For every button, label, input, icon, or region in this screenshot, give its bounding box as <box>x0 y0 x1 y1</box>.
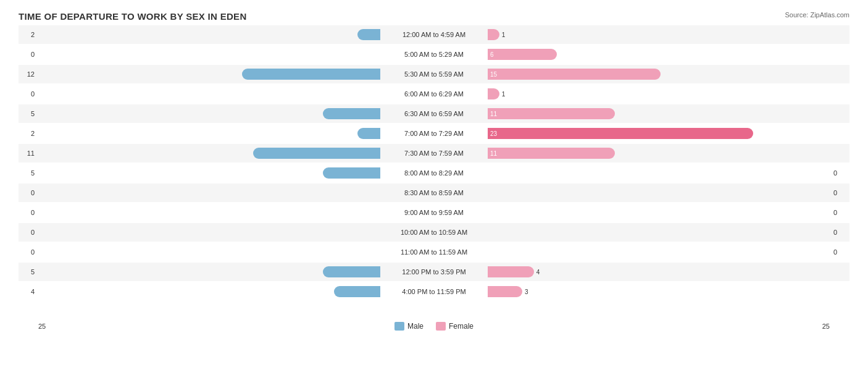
left-value: 12 <box>19 70 38 78</box>
chart-footer: 25 Male Female 25 <box>19 322 849 331</box>
time-label: 7:30 AM to 7:59 AM <box>382 150 486 157</box>
table-row: 12 5:30 AM to 5:59 AM 15 <box>19 65 849 83</box>
table-row: 5 8:00 AM to 8:29 AM 0 <box>19 164 849 182</box>
left-value: 0 <box>19 90 38 98</box>
female-bar: 6 <box>488 49 557 60</box>
male-bar-container <box>38 265 382 279</box>
bar-section: 7:00 AM to 7:29 AM 23 <box>38 124 830 143</box>
female-bar-label: 23 <box>490 130 497 137</box>
table-row: 0 11:00 AM to 11:59 AM 0 <box>19 243 849 261</box>
left-value: 0 <box>19 248 38 256</box>
time-label: 11:00 AM to 11:59 AM <box>382 248 486 256</box>
left-value: 0 <box>19 189 38 196</box>
bar-section: 9:00 AM to 9:59 AM <box>38 203 830 222</box>
bar-section: 4:00 PM to 11:59 PM 3 <box>38 282 830 301</box>
left-value: 5 <box>19 268 38 276</box>
left-value: 0 <box>19 209 38 216</box>
male-bar-container <box>38 166 382 180</box>
female-bar-container: 15 <box>486 67 830 81</box>
female-bar <box>488 88 499 99</box>
female-outside-label: 4 <box>536 269 540 276</box>
male-bar-container <box>38 48 382 61</box>
bar-section: 10:00 AM to 10:59 AM <box>38 223 830 242</box>
female-outside-label: 1 <box>502 32 506 38</box>
time-label: 4:00 PM to 11:59 PM <box>382 288 486 295</box>
time-label: 10:00 AM to 10:59 AM <box>382 229 486 236</box>
female-bar-container <box>486 206 830 219</box>
left-value: 2 <box>19 130 38 137</box>
male-bar-container <box>38 186 382 200</box>
female-bar <box>488 286 522 297</box>
legend-male-label: Male <box>407 322 424 331</box>
female-bar-container: 11 <box>486 146 830 160</box>
bar-section: 12:00 AM to 4:59 AM 1 <box>38 25 830 44</box>
female-bar-container: 1 <box>486 28 830 41</box>
bar-section: 11:00 AM to 11:59 AM <box>38 243 830 261</box>
female-bar: 15 <box>488 69 661 80</box>
table-row: 0 8:30 AM to 8:59 AM 0 <box>19 184 849 202</box>
time-label: 8:30 AM to 8:59 AM <box>382 189 486 196</box>
right-value: 0 <box>830 189 849 196</box>
male-bar <box>323 266 380 277</box>
left-value: 0 <box>19 51 38 58</box>
female-bar: 11 <box>488 148 615 159</box>
female-bar-container: 4 <box>486 265 830 279</box>
table-row: 4 4:00 PM to 11:59 PM 3 <box>19 282 849 301</box>
female-outside-label: 3 <box>525 289 528 295</box>
chart-container: TIME OF DEPARTURE TO WORK BY SEX IN EDEN… <box>0 0 868 367</box>
bar-section: 7:30 AM to 7:59 AM 11 <box>38 144 830 162</box>
female-bar-container: 11 <box>486 107 830 120</box>
left-value: 11 <box>19 150 38 157</box>
bar-section: 12:00 PM to 3:59 PM 4 <box>38 263 830 281</box>
right-value: 0 <box>830 169 849 177</box>
female-bar-container: 6 <box>486 48 830 61</box>
legend-male: Male <box>394 322 424 331</box>
bar-section: 5:00 AM to 5:29 AM 6 <box>38 45 830 64</box>
male-bar-container <box>38 146 382 160</box>
time-label: 5:30 AM to 5:59 AM <box>382 70 486 78</box>
legend-female-icon <box>436 322 446 331</box>
bar-section: 6:30 AM to 6:59 AM 11 <box>38 104 830 123</box>
right-value: 0 <box>830 209 849 216</box>
bar-section: 8:30 AM to 8:59 AM <box>38 184 830 202</box>
male-bar-container <box>38 127 382 140</box>
female-bar: 23 <box>488 128 753 139</box>
male-bar-container <box>38 206 382 219</box>
legend-female-label: Female <box>449 322 474 331</box>
left-value: 5 <box>19 110 38 117</box>
female-bar-label: 11 <box>490 111 497 117</box>
female-bar-label: 15 <box>490 71 497 78</box>
time-label: 12:00 AM to 4:59 AM <box>382 31 486 38</box>
time-label: 12:00 PM to 3:59 PM <box>382 268 486 276</box>
male-bar <box>334 286 380 297</box>
table-row: 11 7:30 AM to 7:59 AM 11 <box>19 144 849 162</box>
time-label: 7:00 AM to 7:29 AM <box>382 130 486 137</box>
male-bar-container <box>38 226 382 239</box>
legend-male-icon <box>394 322 404 331</box>
left-value: 0 <box>19 229 38 236</box>
table-row: 2 7:00 AM to 7:29 AM 23 <box>19 124 849 143</box>
bar-section: 5:30 AM to 5:59 AM 15 <box>38 65 830 83</box>
time-label: 6:00 AM to 6:29 AM <box>382 90 486 98</box>
table-row: 0 5:00 AM to 5:29 AM 6 <box>19 45 849 64</box>
right-value: 0 <box>830 229 849 236</box>
female-bar <box>488 29 499 40</box>
female-bar-container: 1 <box>486 87 830 101</box>
female-bar-container <box>486 186 830 200</box>
male-bar-container <box>38 28 382 41</box>
table-row: 0 10:00 AM to 10:59 AM 0 <box>19 223 849 242</box>
male-bar-container <box>38 285 382 298</box>
male-bar <box>323 108 380 119</box>
chart-area: 2 12:00 AM to 4:59 AM 1 0 5:00 AM to 5:2… <box>19 25 849 319</box>
legend: Male Female <box>394 322 474 331</box>
bar-section: 8:00 AM to 8:29 AM <box>38 164 830 182</box>
male-bar <box>357 29 380 40</box>
female-outside-label: 1 <box>502 91 506 98</box>
footer-left-value: 25 <box>38 323 46 330</box>
footer-right-value: 25 <box>822 323 830 330</box>
time-label: 5:00 AM to 5:29 AM <box>382 51 486 58</box>
time-label: 6:30 AM to 6:59 AM <box>382 110 486 117</box>
left-value: 4 <box>19 288 38 295</box>
female-bar <box>488 266 534 277</box>
male-bar-container <box>38 87 382 101</box>
